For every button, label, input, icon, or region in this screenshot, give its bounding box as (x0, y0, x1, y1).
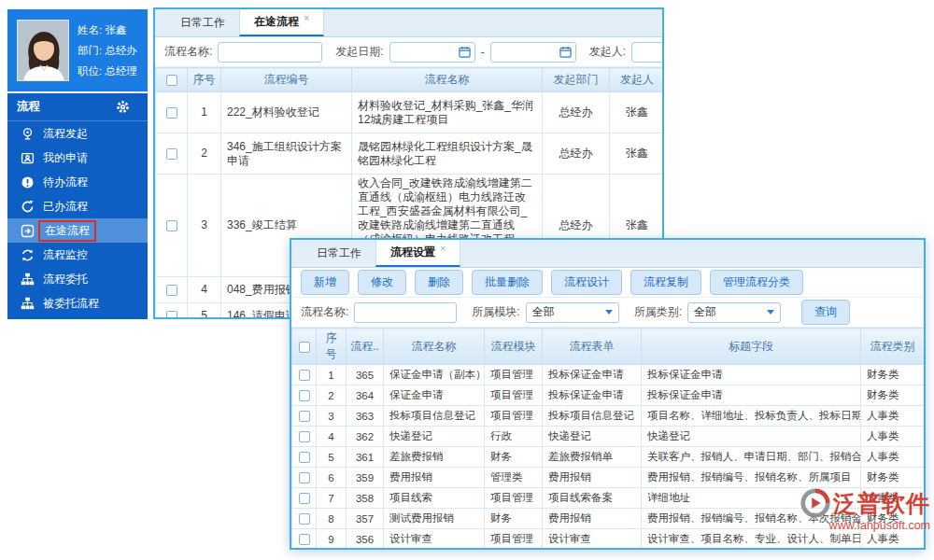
cell: 总经办 (543, 133, 610, 175)
initiator-label: 发起人: (589, 44, 626, 60)
row-select-cell (292, 550, 317, 551)
sidebar-item-流程委托[interactable]: 流程委托 (7, 267, 148, 291)
cell: 快递登记 (543, 427, 642, 447)
cell: 364 (347, 385, 384, 406)
tab-在途流程[interactable]: 在途流程× (239, 9, 324, 36)
row-select-cell (156, 303, 188, 320)
cell: 财务类 (861, 385, 925, 406)
toolbar-button-流程设计[interactable]: 流程设计 (551, 270, 622, 295)
cell: 设计进度汇报、所属项目、任务名称、任务编号、设计人、汇报人、汇报日期 (642, 550, 861, 551)
row-checkbox[interactable] (166, 311, 177, 319)
row-checkbox[interactable] (299, 452, 310, 463)
select-all-cell (156, 68, 188, 92)
cell: 4 (188, 277, 221, 303)
sidebar-item-label: 被委托流程 (43, 296, 99, 312)
row-checkbox[interactable] (299, 513, 310, 525)
sidebar-item-label: 流程监控 (43, 247, 88, 263)
row-checkbox[interactable] (166, 107, 177, 119)
back-filterbar: 流程名称: 发起日期: - 发起人: (155, 37, 662, 67)
flow-name-input[interactable] (218, 42, 322, 63)
cell: 4 (317, 427, 347, 447)
table-row: 3363投标项目信息登记项目管理投标项目信息登记项目名称、详细地址、投标负责人、… (292, 406, 925, 427)
select-all-checkbox[interactable] (299, 342, 310, 353)
search-button[interactable]: 查询 (801, 300, 850, 325)
flow-name-input[interactable] (354, 302, 457, 323)
category-label: 所属类别: (634, 304, 682, 320)
toolbar-button-批量删除[interactable]: 批量删除 (472, 270, 543, 295)
cell: 5 (317, 447, 347, 468)
row-select-cell (292, 385, 317, 406)
row-checkbox[interactable] (299, 370, 310, 381)
sidebar-item-被委托流程[interactable]: 被委托流程 (7, 291, 148, 315)
sidebar-item-已办流程[interactable]: 已办流程 (7, 194, 148, 218)
cell: 6 (317, 468, 347, 488)
column-header-流程名称: 流程名称 (352, 68, 543, 92)
tab-日常工作[interactable]: 日常工作 (303, 240, 375, 267)
start-date-input[interactable] (389, 42, 475, 63)
tab-close-icon[interactable]: × (304, 12, 309, 23)
sidebar-item-label: 已办流程 (43, 199, 88, 215)
toolbar-button-删除[interactable]: 删除 (415, 270, 463, 295)
chevron-down-icon (605, 310, 613, 315)
column-header-流程编号: 流程编号 (221, 68, 352, 92)
category-select[interactable]: 全部 (687, 302, 781, 323)
end-date-input[interactable] (490, 42, 576, 63)
tab-日常工作[interactable]: 日常工作 (166, 9, 239, 36)
initiator-input[interactable] (631, 42, 664, 63)
table-row: 1222_材料验收登记材料验收登记_材料采购_张鑫_华润12城房建工程项目总经办… (156, 92, 665, 133)
cell: 差旅费报销单 (543, 447, 642, 468)
cell: 设计进度汇报 (543, 550, 642, 551)
cell: 总经办 (543, 92, 610, 133)
row-checkbox[interactable] (166, 285, 177, 296)
toolbar-button-修改[interactable]: 修改 (358, 270, 406, 295)
sidebar-title: 流程 (17, 99, 40, 115)
cell: 人事类 (861, 447, 925, 468)
broadcast-icon (21, 127, 35, 141)
cell: 项目线索 (384, 488, 485, 509)
sidebar-item-流程发起[interactable]: 流程发起 (7, 121, 148, 146)
row-checkbox[interactable] (299, 472, 310, 483)
row-checkbox[interactable] (299, 390, 310, 401)
row-select-cell (292, 468, 317, 488)
fanpu-logo: 泛普软件 www.fanpusoft.com (800, 487, 930, 532)
row-checkbox[interactable] (299, 534, 310, 545)
sidebar-item-label: 流程发起 (43, 126, 88, 142)
cell: 管理类 (485, 468, 543, 488)
row-checkbox[interactable] (299, 431, 310, 442)
row-checkbox[interactable] (299, 493, 310, 504)
cell: 355 (347, 550, 384, 551)
column-header-发起人: 发起人 (610, 68, 665, 92)
sidebar-item-待办流程[interactable]: 待办流程 (7, 170, 148, 194)
sidebar-item-流程监控[interactable]: 流程监控 (7, 243, 148, 267)
table-row: 4362快递登记行政快递登记快递登记人事类 (292, 427, 925, 447)
select-all-checkbox[interactable] (166, 75, 177, 86)
tab-流程设置[interactable]: 流程设置× (375, 240, 460, 267)
cell: 363 (347, 406, 384, 427)
row-checkbox[interactable] (166, 148, 177, 160)
cell: 项目管理 (485, 365, 543, 385)
toolbar-button-管理流程分类[interactable]: 管理流程分类 (710, 270, 803, 295)
cell: 357 (347, 509, 384, 529)
cell: 1 (188, 92, 221, 133)
cell: 222_材料验收登记 (221, 92, 352, 133)
cell: 投标项目信息登记 (384, 406, 485, 427)
sidebar-item-label: 待办流程 (43, 175, 88, 190)
tab-close-icon[interactable]: × (440, 243, 446, 254)
cell: 2 (317, 385, 347, 406)
cell: 项目管理 (861, 550, 925, 551)
table-row: 6359费用报销管理类费用报销费用报销、报销编号、报销名称、所属项目财务类 (292, 468, 925, 488)
select-all-cell (292, 329, 317, 365)
gear-icon[interactable] (116, 100, 130, 114)
cell: 项目管理 (485, 529, 543, 550)
toolbar-button-新增[interactable]: 新增 (301, 270, 349, 295)
sidebar-item-我的申请[interactable]: 我的申请 (7, 146, 148, 170)
sidebar-item-在途流程[interactable]: 在途流程 (7, 218, 148, 243)
row-select-cell (156, 175, 188, 277)
table-row: 2364保证金申请项目管理投标保证金申请投标保证金申请财务类 (292, 385, 925, 406)
toolbar-button-流程复制[interactable]: 流程复制 (630, 270, 701, 295)
row-select-cell (292, 529, 317, 550)
row-checkbox[interactable] (299, 411, 310, 422)
cell: 财务类 (861, 365, 925, 385)
row-checkbox[interactable] (166, 220, 177, 231)
module-select[interactable]: 全部 (526, 302, 619, 323)
